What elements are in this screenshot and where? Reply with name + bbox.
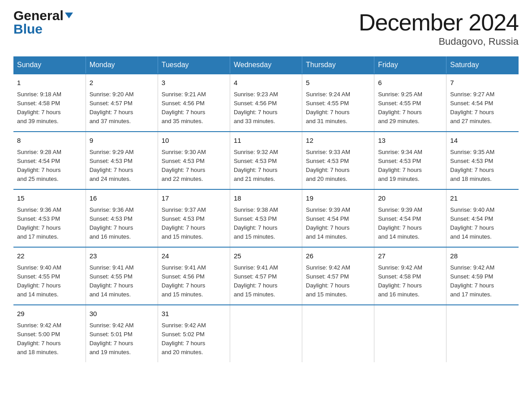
calendar-cell: 13 Sunrise: 9:34 AM Sunset: 4:53 PM Dayl…	[374, 132, 446, 189]
calendar-cell: 31 Sunrise: 9:42 AM Sunset: 5:02 PM Dayl…	[158, 305, 230, 362]
calendar-cell: 29 Sunrise: 9:42 AM Sunset: 5:00 PM Dayl…	[13, 305, 86, 362]
day-info: Sunrise: 9:39 AM Sunset: 4:54 PM Dayligh…	[306, 206, 370, 242]
day-info: Sunrise: 9:40 AM Sunset: 4:55 PM Dayligh…	[17, 263, 82, 300]
day-number: 29	[17, 309, 82, 319]
calendar-cell: 27 Sunrise: 9:42 AM Sunset: 4:58 PM Dayl…	[374, 247, 446, 305]
day-info: Sunrise: 9:24 AM Sunset: 4:55 PM Dayligh…	[306, 90, 370, 126]
calendar-cell: 24 Sunrise: 9:41 AM Sunset: 4:56 PM Dayl…	[158, 247, 230, 305]
day-number: 30	[90, 309, 154, 319]
header-thursday: Thursday	[302, 56, 374, 74]
day-info: Sunrise: 9:35 AM Sunset: 4:53 PM Dayligh…	[450, 148, 515, 184]
logo-general-text: General	[13, 9, 64, 22]
day-info: Sunrise: 9:18 AM Sunset: 4:58 PM Dayligh…	[17, 90, 82, 126]
calendar-cell: 12 Sunrise: 9:33 AM Sunset: 4:53 PM Dayl…	[302, 132, 374, 189]
calendar-cell: 7 Sunrise: 9:27 AM Sunset: 4:54 PM Dayli…	[446, 74, 519, 132]
day-number: 7	[450, 78, 515, 88]
calendar-cell: 4 Sunrise: 9:23 AM Sunset: 4:56 PM Dayli…	[230, 74, 302, 132]
calendar-cell: 26 Sunrise: 9:42 AM Sunset: 4:57 PM Dayl…	[302, 247, 374, 305]
day-number: 15	[17, 193, 82, 204]
day-number: 9	[90, 136, 154, 146]
day-number: 21	[450, 193, 515, 204]
day-number: 18	[234, 193, 298, 204]
day-info: Sunrise: 9:36 AM Sunset: 4:53 PM Dayligh…	[90, 206, 154, 242]
header-monday: Monday	[86, 56, 158, 74]
calendar-cell: 23 Sunrise: 9:41 AM Sunset: 4:55 PM Dayl…	[86, 247, 158, 305]
calendar-cell: 25 Sunrise: 9:41 AM Sunset: 4:57 PM Dayl…	[230, 247, 302, 305]
week-row-3: 15 Sunrise: 9:36 AM Sunset: 4:53 PM Dayl…	[13, 189, 519, 247]
day-info: Sunrise: 9:21 AM Sunset: 4:56 PM Dayligh…	[162, 90, 226, 126]
week-row-4: 22 Sunrise: 9:40 AM Sunset: 4:55 PM Dayl…	[13, 247, 519, 305]
day-number: 14	[450, 136, 515, 146]
day-number: 22	[17, 251, 82, 261]
calendar-cell: 8 Sunrise: 9:28 AM Sunset: 4:54 PM Dayli…	[13, 132, 86, 189]
day-number: 6	[378, 78, 442, 88]
header-wednesday: Wednesday	[230, 56, 302, 74]
day-number: 26	[306, 251, 370, 261]
day-number: 12	[306, 136, 370, 146]
week-row-2: 8 Sunrise: 9:28 AM Sunset: 4:54 PM Dayli…	[13, 132, 519, 189]
calendar-cell: 30 Sunrise: 9:42 AM Sunset: 5:01 PM Dayl…	[86, 305, 158, 362]
calendar-cell: 21 Sunrise: 9:40 AM Sunset: 4:54 PM Dayl…	[446, 189, 519, 247]
calendar-cell	[374, 305, 446, 362]
day-number: 11	[234, 136, 298, 146]
calendar-cell: 6 Sunrise: 9:25 AM Sunset: 4:55 PM Dayli…	[374, 74, 446, 132]
day-info: Sunrise: 9:33 AM Sunset: 4:53 PM Dayligh…	[306, 148, 370, 184]
day-number: 24	[162, 251, 226, 261]
calendar-cell: 28 Sunrise: 9:42 AM Sunset: 4:59 PM Dayl…	[446, 247, 519, 305]
header-tuesday: Tuesday	[158, 56, 230, 74]
calendar-cell: 1 Sunrise: 9:18 AM Sunset: 4:58 PM Dayli…	[13, 74, 86, 132]
week-row-5: 29 Sunrise: 9:42 AM Sunset: 5:00 PM Dayl…	[13, 305, 519, 362]
location-label: Budagovo, Russia	[359, 36, 519, 47]
day-info: Sunrise: 9:36 AM Sunset: 4:53 PM Dayligh…	[17, 206, 82, 242]
page-header: General Blue December 2024 Budagovo, Rus…	[13, 9, 519, 47]
day-number: 8	[17, 136, 82, 146]
calendar-cell: 11 Sunrise: 9:32 AM Sunset: 4:53 PM Dayl…	[230, 132, 302, 189]
day-info: Sunrise: 9:27 AM Sunset: 4:54 PM Dayligh…	[450, 90, 515, 126]
calendar-table: SundayMondayTuesdayWednesdayThursdayFrid…	[13, 56, 519, 362]
month-year-title: December 2024	[359, 9, 519, 36]
day-info: Sunrise: 9:28 AM Sunset: 4:54 PM Dayligh…	[17, 148, 82, 184]
day-info: Sunrise: 9:23 AM Sunset: 4:56 PM Dayligh…	[234, 90, 298, 126]
day-number: 19	[306, 193, 370, 204]
logo-triangle-icon	[65, 13, 73, 18]
calendar-cell: 19 Sunrise: 9:39 AM Sunset: 4:54 PM Dayl…	[302, 189, 374, 247]
calendar-cell	[302, 305, 374, 362]
header-friday: Friday	[374, 56, 446, 74]
day-number: 2	[90, 78, 154, 88]
title-block: December 2024 Budagovo, Russia	[359, 9, 519, 47]
logo: General Blue	[13, 9, 73, 36]
calendar-cell: 14 Sunrise: 9:35 AM Sunset: 4:53 PM Dayl…	[446, 132, 519, 189]
calendar-cell: 18 Sunrise: 9:38 AM Sunset: 4:53 PM Dayl…	[230, 189, 302, 247]
day-info: Sunrise: 9:37 AM Sunset: 4:53 PM Dayligh…	[162, 206, 226, 242]
day-info: Sunrise: 9:42 AM Sunset: 5:00 PM Dayligh…	[17, 321, 82, 357]
calendar-cell: 16 Sunrise: 9:36 AM Sunset: 4:53 PM Dayl…	[86, 189, 158, 247]
day-number: 31	[162, 309, 226, 319]
day-number: 1	[17, 78, 82, 88]
calendar-cell	[230, 305, 302, 362]
calendar-cell: 20 Sunrise: 9:39 AM Sunset: 4:54 PM Dayl…	[374, 189, 446, 247]
day-info: Sunrise: 9:42 AM Sunset: 4:59 PM Dayligh…	[450, 263, 515, 300]
day-info: Sunrise: 9:42 AM Sunset: 5:02 PM Dayligh…	[162, 321, 226, 357]
day-info: Sunrise: 9:40 AM Sunset: 4:54 PM Dayligh…	[450, 206, 515, 242]
day-number: 20	[378, 193, 442, 204]
day-info: Sunrise: 9:42 AM Sunset: 4:58 PM Dayligh…	[378, 263, 442, 300]
calendar-cell	[446, 305, 519, 362]
day-number: 13	[378, 136, 442, 146]
day-info: Sunrise: 9:30 AM Sunset: 4:53 PM Dayligh…	[162, 148, 226, 184]
header-saturday: Saturday	[446, 56, 519, 74]
day-info: Sunrise: 9:38 AM Sunset: 4:53 PM Dayligh…	[234, 206, 298, 242]
calendar-cell: 10 Sunrise: 9:30 AM Sunset: 4:53 PM Dayl…	[158, 132, 230, 189]
header-sunday: Sunday	[13, 56, 86, 74]
day-number: 4	[234, 78, 298, 88]
calendar-cell: 15 Sunrise: 9:36 AM Sunset: 4:53 PM Dayl…	[13, 189, 86, 247]
day-number: 10	[162, 136, 226, 146]
day-info: Sunrise: 9:25 AM Sunset: 4:55 PM Dayligh…	[378, 90, 442, 126]
day-number: 17	[162, 193, 226, 204]
day-number: 23	[90, 251, 154, 261]
day-info: Sunrise: 9:32 AM Sunset: 4:53 PM Dayligh…	[234, 148, 298, 184]
day-info: Sunrise: 9:41 AM Sunset: 4:56 PM Dayligh…	[162, 263, 226, 300]
day-info: Sunrise: 9:20 AM Sunset: 4:57 PM Dayligh…	[90, 90, 154, 126]
day-info: Sunrise: 9:29 AM Sunset: 4:53 PM Dayligh…	[90, 148, 154, 184]
calendar-cell: 3 Sunrise: 9:21 AM Sunset: 4:56 PM Dayli…	[158, 74, 230, 132]
calendar-cell: 2 Sunrise: 9:20 AM Sunset: 4:57 PM Dayli…	[86, 74, 158, 132]
